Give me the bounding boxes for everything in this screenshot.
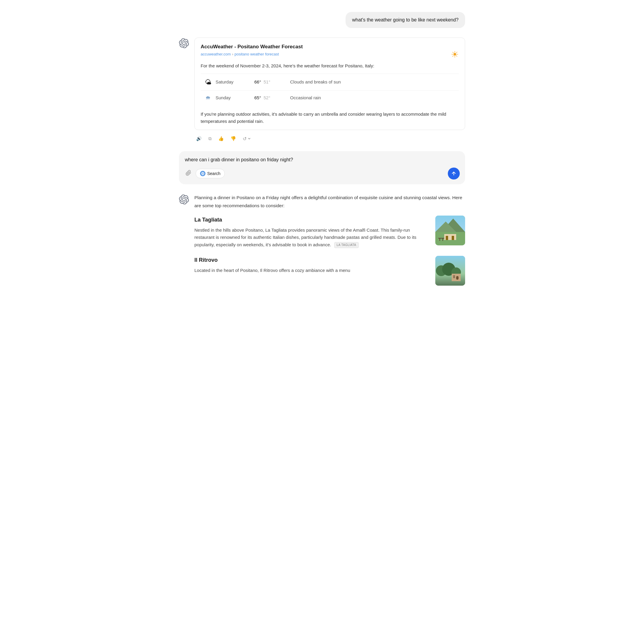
svg-rect-7 — [452, 236, 454, 240]
weather-card: AccuWeather - Positano Weather Forecast … — [194, 38, 465, 130]
search-button[interactable]: Search — [196, 169, 225, 178]
saturday-day-label: Saturday — [216, 78, 254, 86]
sunday-weather-icon: 🌧 — [201, 94, 216, 102]
weather-row-sunday: 🌧 Sunday 65° 52° Occasional rain — [201, 90, 459, 105]
svg-rect-8 — [438, 238, 444, 239]
sunday-low: 52° — [264, 95, 270, 100]
thumbs-down-icon: 👎 — [230, 136, 236, 141]
input-box[interactable]: where can i grab dinner in positano on f… — [179, 151, 465, 185]
input-toolbar: Search — [184, 168, 460, 179]
url-domain[interactable]: accuweather.com — [201, 51, 231, 58]
saturday-weather-icon: 🌤 — [201, 77, 216, 87]
send-button[interactable] — [448, 168, 460, 179]
svg-rect-9 — [439, 239, 440, 241]
speaker-icon: 🔊 — [196, 136, 202, 141]
dinner-intro: Planning a dinner in Positano on a Frida… — [194, 194, 465, 210]
url-separator: › — [232, 51, 233, 58]
speaker-button[interactable]: 🔊 — [194, 135, 204, 143]
ai-avatar-2 — [179, 194, 189, 205]
user-message-1: what's the weather going to be like next… — [179, 12, 465, 28]
weather-card-title: AccuWeather - Positano Weather Forecast — [201, 43, 459, 51]
svg-rect-16 — [453, 275, 455, 278]
attach-button[interactable] — [184, 169, 193, 179]
sunday-temps: 65° 52° — [254, 94, 290, 101]
user-bubble-1: what's the weather going to be like next… — [346, 12, 465, 28]
la-tagliata-name: La Tagliata — [194, 216, 429, 224]
saturday-temps: 66° 51° — [254, 78, 290, 86]
refresh-icon: ↺ — [243, 136, 247, 142]
weather-intro: For the weekend of November 2-3, 2024, h… — [201, 62, 459, 69]
la-tagliata-image — [435, 216, 465, 245]
thumbs-up-button[interactable]: 👍 — [216, 135, 226, 143]
thumbs-up-icon: 👍 — [218, 136, 224, 141]
paperclip-icon — [185, 170, 191, 177]
chevron-down-icon — [248, 137, 251, 140]
weather-advice: If you're planning outdoor activities, i… — [201, 109, 459, 125]
input-text-display[interactable]: where can i grab dinner in positano on f… — [184, 156, 460, 164]
user-text-1: what's the weather going to be like next… — [352, 17, 459, 22]
search-label: Search — [207, 171, 220, 176]
copy-icon: ⧉ — [208, 136, 212, 141]
weather-card-body: ☀ For the weekend of November 2-3, 2024,… — [195, 62, 465, 130]
la-tagliata-desc: Nestled in the hills above Positano, La … — [194, 227, 429, 249]
send-arrow-icon — [451, 171, 456, 176]
regenerate-button[interactable]: ↺ — [241, 135, 253, 143]
url-path[interactable]: positano weather forecast — [235, 51, 279, 58]
globe-icon — [200, 171, 205, 176]
weather-row-saturday: 🌤 Saturday 66° 51° Clouds and breaks of … — [201, 74, 459, 90]
svg-rect-10 — [442, 239, 443, 241]
svg-rect-6 — [446, 236, 448, 240]
thumbs-down-button[interactable]: 👎 — [229, 135, 238, 143]
il-ritrovo-name: Il Ritrovo — [194, 256, 429, 264]
ai-weather-response: AccuWeather - Positano Weather Forecast … — [179, 38, 465, 143]
weather-card-header: AccuWeather - Positano Weather Forecast … — [195, 38, 465, 62]
il-ritrovo-image — [435, 256, 465, 286]
saturday-low: 51° — [264, 79, 270, 84]
ai-dinner-content: Planning a dinner in Positano on a Frida… — [194, 194, 465, 293]
sun-decoration-icon: ☀ — [451, 47, 459, 62]
ai-dinner-response: Planning a dinner in Positano on a Frida… — [179, 194, 465, 293]
ai-weather-content: AccuWeather - Positano Weather Forecast … — [194, 38, 465, 143]
il-ritrovo-text: Il Ritrovo Located in the heart of Posit… — [194, 256, 429, 274]
ai-avatar — [179, 38, 189, 48]
input-left-controls: Search — [184, 169, 225, 179]
action-bar: 🔊 ⧉ 👍 👎 ↺ — [194, 135, 465, 143]
sunday-high: 65° — [254, 95, 261, 100]
restaurant-il-ritrovo: Il Ritrovo Located in the heart of Posit… — [194, 256, 465, 286]
il-ritrovo-desc: Located in the heart of Positano, Il Rit… — [194, 267, 429, 274]
la-tagliata-text: La Tagliata Nestled in the hills above P… — [194, 216, 429, 249]
copy-button[interactable]: ⧉ — [207, 135, 213, 143]
sunday-day-label: Sunday — [216, 94, 254, 101]
saturday-description: Clouds and breaks of sun — [290, 78, 341, 86]
sunday-description: Occasional rain — [290, 94, 321, 101]
saturday-high: 66° — [254, 79, 261, 84]
la-tagliata-tag: LA TAGLIATA — [334, 242, 359, 248]
weather-card-url: accuweather.com › positano weather forec… — [201, 51, 459, 58]
svg-rect-17 — [456, 276, 459, 280]
restaurant-la-tagliata: La Tagliata Nestled in the hills above P… — [194, 216, 465, 249]
